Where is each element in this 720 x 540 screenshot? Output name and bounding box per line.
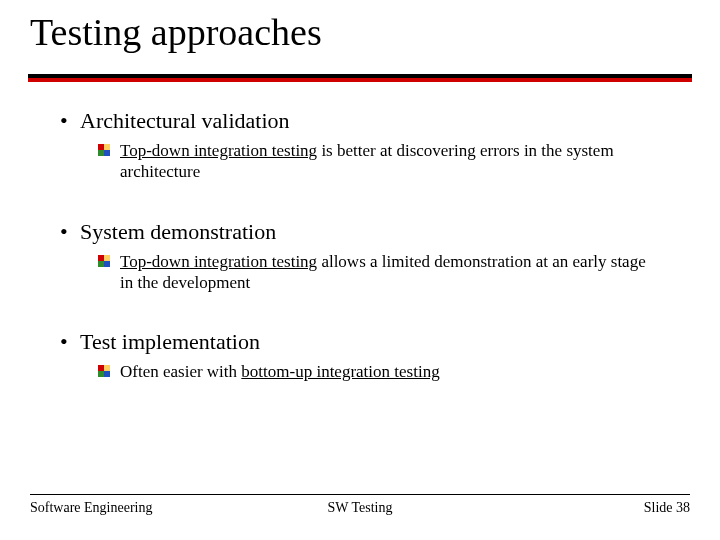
title-rule-red: [28, 78, 692, 82]
bullet-dot-icon: •: [60, 108, 68, 134]
quad-icon: [98, 365, 110, 377]
footer-right: Slide 38: [644, 500, 690, 516]
subbullet-2: Top-down integration testing allows a li…: [98, 251, 660, 294]
svg-rect-3: [104, 150, 110, 156]
bullet-2: • System demonstration: [60, 219, 660, 245]
bullet-dot-icon: •: [60, 219, 68, 245]
svg-rect-9: [104, 365, 110, 371]
bullet-1-heading: Architectural validation: [80, 108, 290, 133]
quad-icon: [98, 144, 110, 156]
bullet-2-heading: System demonstration: [80, 219, 276, 244]
subbullet-3-pretext: Often easier with: [120, 362, 241, 381]
svg-rect-6: [98, 261, 104, 267]
bullet-dot-icon: •: [60, 329, 68, 355]
spacer: [60, 301, 660, 329]
bullet-3-heading: Test implementation: [80, 329, 260, 354]
quad-icon: [98, 255, 110, 267]
svg-rect-5: [104, 255, 110, 261]
svg-rect-4: [98, 255, 104, 261]
slide-title: Testing approaches: [30, 10, 322, 54]
subbullet-1-prefix: Top-down integration testing: [120, 141, 317, 160]
subbullet-2-prefix: Top-down integration testing: [120, 252, 317, 271]
footer-center: SW Testing: [30, 500, 690, 516]
footer-rule: [30, 494, 690, 495]
bullet-3: • Test implementation: [60, 329, 660, 355]
spacer: [60, 191, 660, 219]
subbullet-1: Top-down integration testing is better a…: [98, 140, 660, 183]
svg-rect-7: [104, 261, 110, 267]
svg-rect-1: [104, 144, 110, 150]
svg-rect-0: [98, 144, 104, 150]
svg-rect-10: [98, 371, 104, 377]
bullet-1: • Architectural validation: [60, 108, 660, 134]
subbullet-3-underlined: bottom-up integration testing: [241, 362, 439, 381]
svg-rect-8: [98, 365, 104, 371]
subbullet-3: Often easier with bottom-up integration …: [98, 361, 660, 382]
svg-rect-11: [104, 371, 110, 377]
svg-rect-2: [98, 150, 104, 156]
content-area: • Architectural validation Top-down inte…: [60, 108, 660, 390]
slide: Testing approaches • Architectural valid…: [0, 0, 720, 540]
